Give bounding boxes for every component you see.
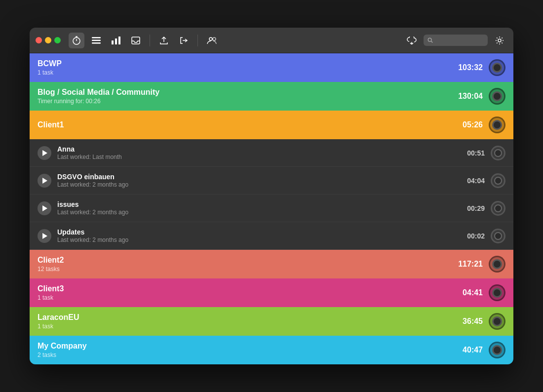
svg-rect-6 — [92, 42, 101, 44]
settings-icon[interactable] — [492, 33, 507, 48]
task-row: Anna Last worked: Last month 00:51 — [30, 139, 513, 167]
project-timer-button[interactable] — [489, 88, 505, 105]
task-info: issues Last worked: 2 months ago — [57, 200, 467, 216]
cloud-sync-icon[interactable] — [404, 33, 420, 48]
project-info: Client1 — [38, 120, 463, 129]
svg-rect-10 — [132, 37, 140, 44]
users-icon[interactable] — [204, 33, 220, 48]
task-timer-inner — [494, 149, 502, 157]
close-button[interactable] — [36, 37, 42, 43]
task-timer-button[interactable] — [491, 146, 505, 160]
play-button[interactable] — [38, 146, 51, 160]
task-time: 00:51 — [467, 149, 485, 157]
project-info: BCWP 1 task — [38, 59, 458, 76]
separator-1 — [150, 35, 150, 46]
task-time: 00:02 — [467, 232, 485, 240]
project-name: Blog / Social Media / Community — [38, 88, 458, 97]
svg-rect-9 — [118, 37, 120, 44]
svg-rect-4 — [92, 37, 101, 39]
project-timer-button[interactable] — [489, 342, 505, 358]
chart-icon[interactable] — [108, 33, 124, 48]
export-icon[interactable] — [156, 33, 172, 48]
titlebar — [30, 28, 513, 53]
project-info: Client3 1 task — [38, 284, 463, 301]
project-row[interactable]: BCWP 1 task 103:32 — [30, 53, 513, 82]
play-icon — [42, 233, 47, 239]
project-row[interactable]: Client3 1 task 04:41 — [30, 278, 513, 307]
inbox-icon[interactable] — [128, 33, 144, 48]
project-row[interactable]: Client2 12 tasks 117:21 — [30, 250, 513, 278]
project-sub: Timer running for: 00:26 — [38, 98, 458, 105]
play-button[interactable] — [38, 201, 51, 215]
timer-icon[interactable] — [69, 33, 84, 48]
play-icon — [42, 205, 47, 211]
list-icon[interactable] — [88, 33, 104, 48]
svg-point-13 — [213, 38, 216, 40]
svg-point-12 — [209, 38, 212, 40]
logout-icon[interactable] — [176, 33, 192, 48]
project-time: 05:26 — [463, 120, 483, 129]
timer-btn-inner — [492, 316, 502, 326]
play-button[interactable] — [38, 229, 51, 243]
project-sub: 2 tasks — [38, 352, 463, 358]
svg-rect-7 — [112, 40, 114, 44]
project-name: Client2 — [38, 256, 458, 265]
task-sub: Last worked: 2 months ago — [57, 181, 467, 188]
timer-btn-inner — [492, 120, 502, 130]
task-time: 00:29 — [467, 204, 485, 212]
task-timer-button[interactable] — [491, 173, 505, 188]
project-time: 130:04 — [458, 92, 483, 101]
task-name: DSGVO einbauen — [57, 173, 467, 181]
task-row: DSGVO einbauen Last worked: 2 months ago… — [30, 167, 513, 195]
task-timer-button[interactable] — [491, 229, 505, 243]
project-info: Client2 12 tasks — [38, 256, 458, 273]
project-sub: 1 task — [38, 323, 463, 330]
task-name: Updates — [57, 228, 467, 236]
minimize-button[interactable] — [45, 37, 51, 43]
project-row[interactable]: LaraconEU 1 task 36:45 — [30, 307, 513, 336]
task-timer-inner — [494, 177, 502, 185]
project-name: Client3 — [38, 284, 463, 293]
project-row[interactable]: Client1 05:26 — [30, 111, 513, 139]
search-box[interactable] — [424, 35, 488, 46]
svg-line-15 — [431, 41, 432, 42]
timer-btn-inner — [492, 63, 502, 73]
traffic-lights — [36, 37, 61, 43]
project-info: LaraconEU 1 task — [38, 313, 463, 330]
project-timer-button[interactable] — [489, 284, 505, 301]
project-info: Blog / Social Media / Community Timer ru… — [38, 88, 458, 105]
project-timer-button[interactable] — [489, 256, 505, 273]
project-name: My Company — [38, 342, 463, 351]
play-button[interactable] — [38, 174, 51, 188]
separator-2 — [197, 35, 198, 46]
task-timer-inner — [494, 204, 502, 212]
project-timer-button[interactable] — [489, 117, 505, 133]
task-sub: Last worked: 2 months ago — [57, 209, 467, 216]
project-timer-button[interactable] — [489, 313, 505, 330]
timer-btn-inner — [492, 288, 502, 298]
play-icon — [42, 178, 47, 184]
project-row[interactable]: Blog / Social Media / Community Timer ru… — [30, 82, 513, 111]
svg-rect-5 — [92, 39, 101, 41]
task-name: Anna — [57, 145, 467, 153]
play-icon — [42, 150, 47, 156]
task-time: 04:04 — [467, 177, 485, 185]
search-icon — [427, 37, 433, 43]
task-info: Updates Last worked: 2 months ago — [57, 228, 467, 243]
project-timer-button[interactable] — [489, 59, 505, 76]
timer-btn-inner — [492, 259, 502, 269]
task-timer-button[interactable] — [491, 201, 505, 216]
timer-btn-inner — [492, 91, 502, 101]
search-input[interactable] — [435, 37, 484, 44]
project-time: 103:32 — [458, 63, 483, 72]
main-window: BCWP 1 task 103:32 Blog / Social Media /… — [30, 28, 513, 364]
project-name: LaraconEU — [38, 313, 463, 322]
timer-btn-inner — [492, 345, 502, 355]
project-time: 36:45 — [463, 317, 483, 326]
project-name: Client1 — [38, 120, 463, 129]
project-row[interactable]: My Company 2 tasks 40:47 — [30, 336, 513, 364]
maximize-button[interactable] — [54, 37, 61, 43]
svg-rect-8 — [115, 39, 117, 44]
projects-list: BCWP 1 task 103:32 Blog / Social Media /… — [30, 53, 513, 364]
project-name: BCWP — [38, 59, 458, 68]
